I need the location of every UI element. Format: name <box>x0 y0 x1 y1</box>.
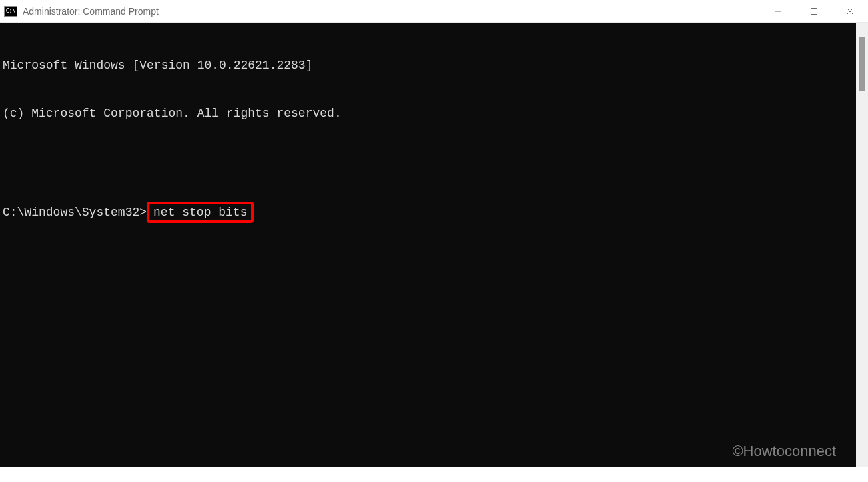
command-text: net stop bits <box>153 206 247 219</box>
prompt-path: C:\Windows\System32> <box>3 204 147 220</box>
maximize-button[interactable] <box>796 0 832 22</box>
window-controls <box>760 0 868 22</box>
svg-rect-1 <box>811 8 817 14</box>
scrollbar-track[interactable] <box>856 23 868 467</box>
watermark: ©Howtoconnect <box>732 443 836 459</box>
app-icon: C:\ <box>4 6 17 17</box>
minimize-button[interactable] <box>760 0 796 22</box>
terminal-blank-line <box>3 154 853 170</box>
window-title: Administrator: Command Prompt <box>23 6 760 17</box>
command-highlight: net stop bits <box>147 202 254 223</box>
scrollbar-thumb[interactable] <box>859 37 865 91</box>
close-button[interactable] <box>832 0 868 22</box>
terminal[interactable]: Microsoft Windows [Version 10.0.22621.22… <box>0 23 856 467</box>
terminal-wrap: Microsoft Windows [Version 10.0.22621.22… <box>0 23 868 467</box>
terminal-prompt-line: C:\Windows\System32>net stop bits <box>3 202 853 223</box>
command-prompt-window: C:\ Administrator: Command Prompt Micros… <box>0 0 868 467</box>
titlebar[interactable]: C:\ Administrator: Command Prompt <box>0 0 868 23</box>
terminal-line-version: Microsoft Windows [Version 10.0.22621.22… <box>3 57 853 73</box>
terminal-line-copyright: (c) Microsoft Corporation. All rights re… <box>3 105 853 122</box>
